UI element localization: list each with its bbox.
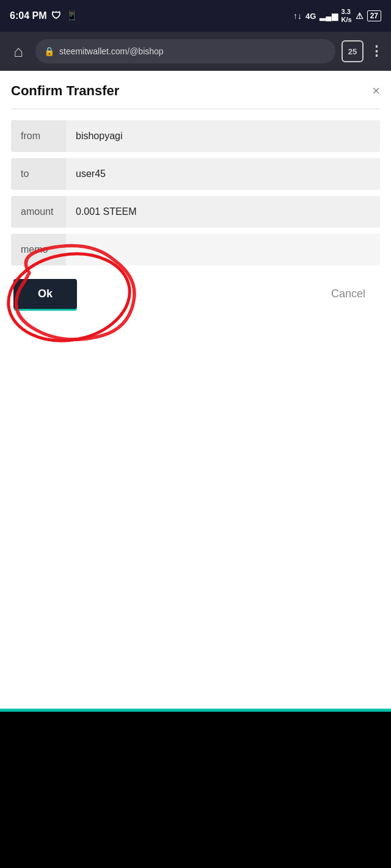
battery-icon: 27 [367, 10, 381, 21]
black-background [0, 712, 391, 868]
to-value: user45 [66, 158, 380, 190]
page-content: Confirm Transfer × from bishopyagi to us… [0, 71, 391, 712]
status-right: ↑↓ 4G ▂▄▆ 3.3K/s ⚠ 27 [293, 8, 381, 24]
status-left: 6:04 PM 🛡 📱 [10, 10, 78, 21]
memo-value [66, 234, 380, 266]
dialog-title: Confirm Transfer [11, 83, 119, 99]
browser-address-bar[interactable]: 🔒 steemitwallet.com/@bishop [35, 39, 335, 63]
confirm-transfer-dialog: Confirm Transfer × from bishopyagi to us… [0, 71, 391, 327]
cancel-button[interactable]: Cancel [319, 279, 378, 309]
ok-button[interactable]: Ok [13, 279, 77, 309]
from-value: bishopyagi [66, 120, 380, 152]
memo-row: memo [11, 234, 380, 266]
browser-home-button[interactable]: ⌂ [7, 40, 29, 62]
status-time: 6:04 PM [10, 10, 46, 21]
sim-icon: 📱 [66, 10, 78, 21]
teal-accent-bar [0, 709, 391, 712]
empty-page-area [0, 327, 391, 523]
to-row: to user45 [11, 158, 380, 190]
tabs-count: 25 [348, 47, 357, 56]
signal-bars-icon: 4G [305, 12, 316, 21]
from-row: from bishopyagi [11, 120, 380, 152]
signal-bars-2-icon: ▂▄▆ [320, 12, 337, 21]
close-button[interactable]: × [372, 84, 380, 98]
browser-tabs-button[interactable]: 25 [342, 40, 364, 62]
amount-row: amount 0.001 STEEM [11, 196, 380, 228]
menu-dots-icon: ⋮ [370, 43, 384, 59]
speed-value: 3.3K/s [342, 8, 352, 24]
status-bar: 6:04 PM 🛡 📱 ↑↓ 4G ▂▄▆ 3.3K/s ⚠ 27 [0, 0, 391, 32]
lock-icon: 🔒 [44, 46, 54, 56]
url-text: steemitwallet.com/@bishop [59, 46, 164, 56]
home-icon: ⌂ [13, 42, 23, 61]
amount-value: 0.001 STEEM [66, 196, 380, 228]
shield-icon: 🛡 [51, 10, 61, 21]
from-label: from [11, 120, 66, 152]
to-label: to [11, 158, 66, 190]
signal-icon: ↑↓ [293, 11, 302, 21]
browser-menu-button[interactable]: ⋮ [370, 43, 384, 59]
dialog-header: Confirm Transfer × [11, 83, 380, 99]
memo-label: memo [11, 234, 66, 266]
amount-label: amount [11, 196, 66, 228]
dialog-divider [11, 109, 380, 109]
browser-bar: ⌂ 🔒 steemitwallet.com/@bishop 25 ⋮ [0, 32, 391, 71]
alert-icon: ⚠ [356, 11, 364, 21]
action-row: Ok Cancel [11, 279, 380, 309]
